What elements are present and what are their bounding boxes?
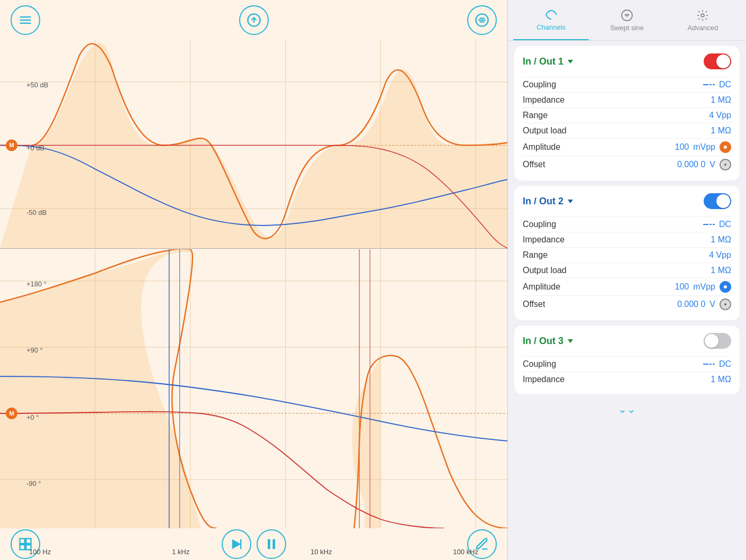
- channel-1-header: In / Out 1: [523, 53, 731, 69]
- channel-1-card: In / Out 1 Coupling DC Impedance 1 MΩ: [514, 46, 740, 180]
- x-label-1khz: 1 kHz: [172, 548, 189, 556]
- channel-2-output-load-value[interactable]: 1 MΩ: [711, 266, 731, 275]
- channel-3-chevron[interactable]: [568, 339, 573, 343]
- channel-3-toggle[interactable]: [704, 333, 731, 349]
- svg-text:+0 dB: +0 dB: [26, 144, 44, 152]
- scroll-down-indicator: ⌄⌄: [514, 400, 740, 417]
- channel-3-impedance-value[interactable]: 1 MΩ: [711, 375, 731, 384]
- channel-1-range-row: Range 4 Vpp: [523, 107, 731, 123]
- x-label-100khz: 100 kHz: [453, 548, 478, 556]
- svg-text:+50 dB: +50 dB: [26, 81, 48, 89]
- svg-text:+0 °: +0 °: [26, 413, 39, 421]
- channel-2-amplitude-row: Amplitude 100 mVpp: [523, 278, 731, 295]
- channel-2-offset-row: Offset 0.000 0 V: [523, 295, 731, 313]
- channel-1-offset-row: Offset 0.000 0 V: [523, 156, 731, 173]
- channel-3-coupling-value[interactable]: DC: [703, 359, 731, 369]
- channel-1-output-load-row: Output load 1 MΩ: [523, 123, 731, 138]
- chart-panel: M +50 dB +0 dB -50 dB: [0, 0, 508, 560]
- channel-2-card: In / Out 2 Coupling DC Impedance 1 MΩ: [514, 186, 740, 320]
- channel-2-toggle[interactable]: [704, 193, 731, 209]
- channel-1-coupling-value[interactable]: DC: [703, 80, 731, 89]
- filter-button[interactable]: [467, 5, 497, 35]
- chart-lower: M +180 ° +90 ° +0 ° -90 °: [0, 249, 507, 528]
- channel-1-amplitude-knob[interactable]: [720, 141, 731, 153]
- channel-1-amplitude-row: Amplitude 100 mVpp: [523, 138, 731, 156]
- channel-1-toggle[interactable]: [704, 53, 731, 69]
- svg-text:+90 °: +90 °: [26, 346, 43, 354]
- channel-1-impedance-value[interactable]: 1 MΩ: [711, 95, 731, 105]
- channel-2-amplitude-knob[interactable]: [720, 281, 731, 293]
- svg-text:M: M: [9, 142, 14, 148]
- top-bar: [0, 0, 507, 40]
- channel-2-chevron[interactable]: [568, 200, 573, 203]
- channel-2-offset-knob[interactable]: [720, 299, 731, 310]
- x-label-100hz: 100 Hz: [29, 548, 51, 556]
- tab-bar: Channels Swept sine Advanced: [508, 0, 746, 41]
- channel-2-output-load-row: Output load 1 MΩ: [523, 263, 731, 278]
- x-label-10khz: 10 kHz: [311, 548, 332, 556]
- menu-button[interactable]: [11, 5, 40, 35]
- channel-3-header: In / Out 3: [523, 333, 731, 349]
- upload-button[interactable]: [239, 5, 269, 35]
- channel-2-range-value[interactable]: 4 Vpp: [709, 250, 731, 260]
- channels-list: In / Out 1 Coupling DC Impedance 1 MΩ: [508, 41, 746, 560]
- svg-rect-45: [26, 539, 31, 544]
- channel-1-coupling-row: Coupling DC: [523, 77, 731, 92]
- channel-1-offset-value[interactable]: 0.000 0 V: [677, 159, 731, 170]
- right-panel: Channels Swept sine Advanced In / Out 1: [508, 0, 746, 560]
- channel-2-impedance-value[interactable]: 1 MΩ: [711, 235, 731, 245]
- channel-1-amplitude-value[interactable]: 100 mVpp: [675, 141, 732, 153]
- channel-2-header: In / Out 2: [523, 193, 731, 209]
- channel-1-range-value[interactable]: 4 Vpp: [709, 111, 731, 120]
- svg-text:+180 °: +180 °: [26, 280, 47, 288]
- channel-1-chevron[interactable]: [568, 60, 573, 64]
- channel-3-coupling-row: Coupling DC: [523, 356, 731, 372]
- svg-point-53: [701, 14, 704, 17]
- channel-2-name[interactable]: In / Out 2: [523, 196, 573, 207]
- channel-3-card: In / Out 3 Coupling DC Impedance 1 MΩ: [514, 326, 740, 394]
- channel-1-impedance-row: Impedance 1 MΩ: [523, 92, 731, 107]
- channel-3-name[interactable]: In / Out 3: [523, 336, 573, 347]
- channel-2-impedance-row: Impedance 1 MΩ: [523, 232, 731, 247]
- coupling-icon-2: [703, 224, 715, 225]
- tab-advanced[interactable]: Advanced: [665, 0, 741, 40]
- channel-1-offset-knob[interactable]: [720, 159, 731, 170]
- channel-2-coupling-value[interactable]: DC: [703, 220, 731, 229]
- svg-text:-50 dB: -50 dB: [26, 209, 47, 216]
- coupling-icon-3: [703, 364, 715, 365]
- channel-1-output-load-value[interactable]: 1 MΩ: [711, 126, 731, 136]
- channel-3-impedance-row: Impedance 1 MΩ: [523, 372, 731, 387]
- svg-text:-90 °: -90 °: [26, 480, 41, 487]
- channel-2-range-row: Range 4 Vpp: [523, 247, 731, 263]
- channel-2-coupling-row: Coupling DC: [523, 216, 731, 232]
- coupling-icon: [703, 84, 715, 85]
- svg-rect-44: [20, 539, 25, 544]
- tab-channels[interactable]: Channels: [513, 0, 589, 40]
- svg-text:M: M: [9, 410, 14, 417]
- chart-upper: M +50 dB +0 dB -50 dB: [0, 40, 507, 249]
- tab-swept-sine[interactable]: Swept sine: [589, 0, 665, 40]
- channel-2-offset-value[interactable]: 0.000 0 V: [677, 299, 731, 310]
- channel-1-name[interactable]: In / Out 1: [523, 56, 573, 67]
- channel-2-amplitude-value[interactable]: 100 mVpp: [675, 281, 732, 293]
